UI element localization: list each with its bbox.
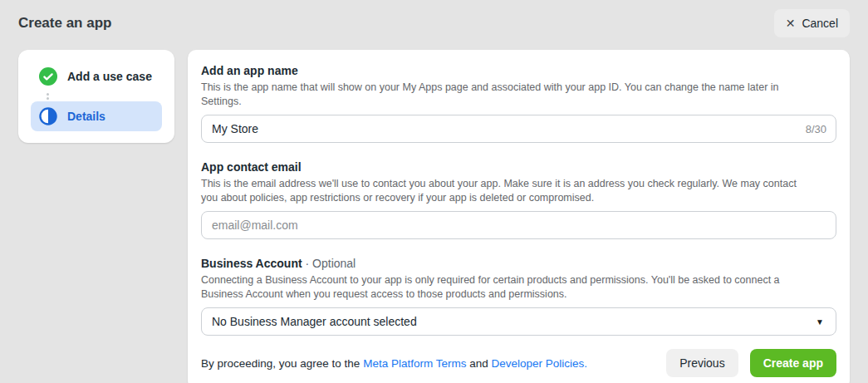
app-name-section: Add an app name This is the app name tha… [201,63,836,143]
cancel-button[interactable]: ✕ Cancel [774,9,850,37]
create-app-form-card: Add an app name This is the app name tha… [188,50,850,383]
step-label: Details [67,110,105,123]
close-icon: ✕ [786,17,796,29]
meta-platform-terms-link[interactable]: Meta Platform Terms [363,357,466,370]
business-account-description: Connecting a Business Account to your ap… [201,273,816,302]
stepper-sidebar: Add a use case Details [18,50,174,143]
optional-tag: · Optional [302,257,356,270]
business-account-select[interactable]: No Business Manager account selected ▼ [201,307,836,336]
select-value: No Business Manager account selected [212,315,417,328]
create-app-button[interactable]: Create app [750,349,836,377]
page-header: Create an app ✕ Cancel [0,0,868,47]
step-connector [47,91,162,101]
step-details[interactable]: Details [31,101,162,131]
page-title: Create an app [18,15,111,32]
check-circle-icon [39,67,57,86]
form-footer: By proceeding, you agree to the Meta Pla… [201,349,836,377]
agreement-text: By proceeding, you agree to the Meta Pla… [201,357,587,370]
developer-policies-link[interactable]: Developer Policies. [491,357,587,370]
business-account-section: Business Account · Optional Connecting a… [201,256,836,336]
step-add-a-use-case[interactable]: Add a use case [31,61,162,91]
app-name-description: This is the app name that will show on y… [201,81,816,109]
chevron-down-icon: ▼ [816,317,824,327]
contact-email-section: App contact email This is the email addr… [201,160,836,239]
char-counter: 8/30 [806,123,826,135]
app-name-input[interactable] [201,115,836,143]
step-label: Add a use case [67,70,152,83]
contact-email-description: This is the email address we'll use to c… [201,177,816,205]
previous-button[interactable]: Previous [666,349,738,377]
half-filled-circle-icon [39,107,57,125]
cancel-button-label: Cancel [802,17,838,29]
contact-email-input[interactable] [201,211,836,239]
contact-email-label: App contact email [201,160,836,174]
app-name-label: Add an app name [201,63,836,78]
business-account-label: Business Account · Optional [201,256,836,271]
content-area: Add a use case Details Add an app name T… [0,47,868,383]
